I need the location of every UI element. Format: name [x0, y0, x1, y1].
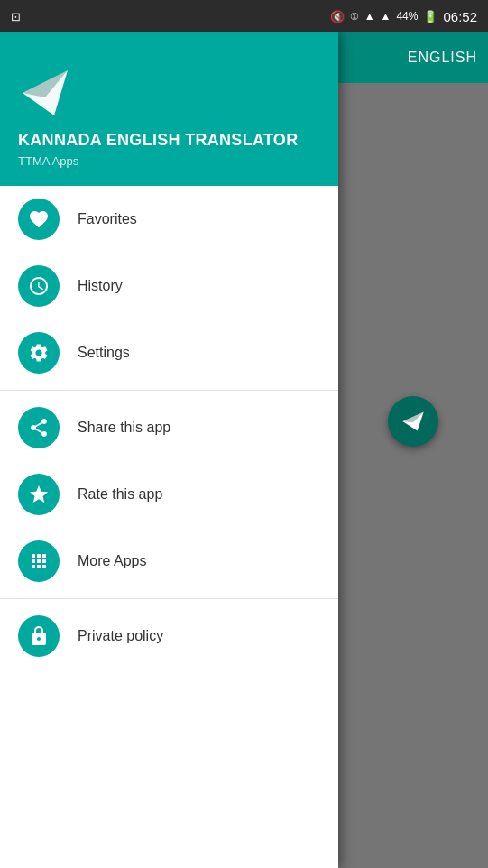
- menu-divider-1: [0, 390, 338, 391]
- privacy-icon-circle: [18, 615, 60, 657]
- settings-label: Settings: [78, 345, 130, 361]
- sim-icon: ①: [350, 11, 359, 23]
- right-panel-title: ENGLISH: [408, 50, 477, 66]
- app-subtitle: TTMA Apps: [18, 154, 78, 168]
- signal2-icon: ▲: [381, 10, 391, 23]
- status-bar-right: 🔇 ① ▲ ▲ 44% 🔋 06:52: [330, 9, 477, 24]
- menu-divider-2: [0, 598, 338, 599]
- drawer: KANNADA ENGLISH TRANSLATOR TTMA Apps Fav…: [0, 32, 338, 868]
- status-bar-left: ⊡: [11, 10, 21, 23]
- share-label: Share this app: [78, 420, 170, 436]
- right-panel-body: [338, 83, 488, 868]
- sidebar-item-privacy[interactable]: Private policy: [0, 603, 338, 669]
- gear-icon: [28, 342, 50, 364]
- screenshot-icon: ⊡: [11, 10, 21, 23]
- right-panel-header: ENGLISH: [338, 32, 488, 83]
- right-panel: ENGLISH: [338, 32, 488, 868]
- menu-section: Favorites History Settings: [0, 186, 338, 868]
- rate-icon-circle: [18, 474, 60, 515]
- fab-send-icon: [401, 409, 426, 434]
- battery-level: 44%: [396, 10, 418, 23]
- privacy-label: Private policy: [78, 628, 163, 644]
- main-content: KANNADA ENGLISH TRANSLATOR TTMA Apps Fav…: [0, 32, 488, 868]
- share-icon-circle: [18, 407, 60, 448]
- star-icon: [28, 484, 50, 505]
- sidebar-item-rate[interactable]: Rate this app: [0, 461, 338, 528]
- sidebar-item-share[interactable]: Share this app: [0, 394, 338, 461]
- settings-icon-circle: [18, 332, 60, 374]
- drawer-header: KANNADA ENGLISH TRANSLATOR TTMA Apps: [0, 32, 338, 186]
- status-time: 06:52: [443, 9, 477, 24]
- favorites-label: Favorites: [78, 211, 137, 227]
- more-apps-label: More Apps: [78, 553, 146, 569]
- heart-icon: [28, 208, 50, 230]
- history-label: History: [78, 278, 123, 294]
- share-icon: [28, 417, 50, 439]
- app-logo: [18, 66, 72, 120]
- grid-icon: [28, 550, 50, 572]
- signal-icon: ▲: [364, 10, 375, 23]
- rate-label: Rate this app: [78, 486, 162, 503]
- history-icon-circle: [18, 265, 60, 307]
- status-bar: ⊡ 🔇 ① ▲ ▲ 44% 🔋 06:52: [0, 0, 488, 32]
- sidebar-item-more-apps[interactable]: More Apps: [0, 528, 338, 595]
- sidebar-item-settings[interactable]: Settings: [0, 319, 338, 386]
- app-title: KANNADA ENGLISH TRANSLATOR: [18, 131, 298, 151]
- sidebar-item-favorites[interactable]: Favorites: [0, 186, 338, 253]
- lock-icon: [28, 625, 50, 647]
- battery-icon: 🔋: [423, 10, 437, 23]
- sidebar-item-history[interactable]: History: [0, 253, 338, 319]
- fab-translate-button[interactable]: [388, 396, 438, 447]
- clock-icon: [28, 275, 50, 297]
- mute-icon: 🔇: [330, 10, 345, 23]
- favorites-icon-circle: [18, 199, 60, 240]
- more-apps-icon-circle: [18, 540, 60, 582]
